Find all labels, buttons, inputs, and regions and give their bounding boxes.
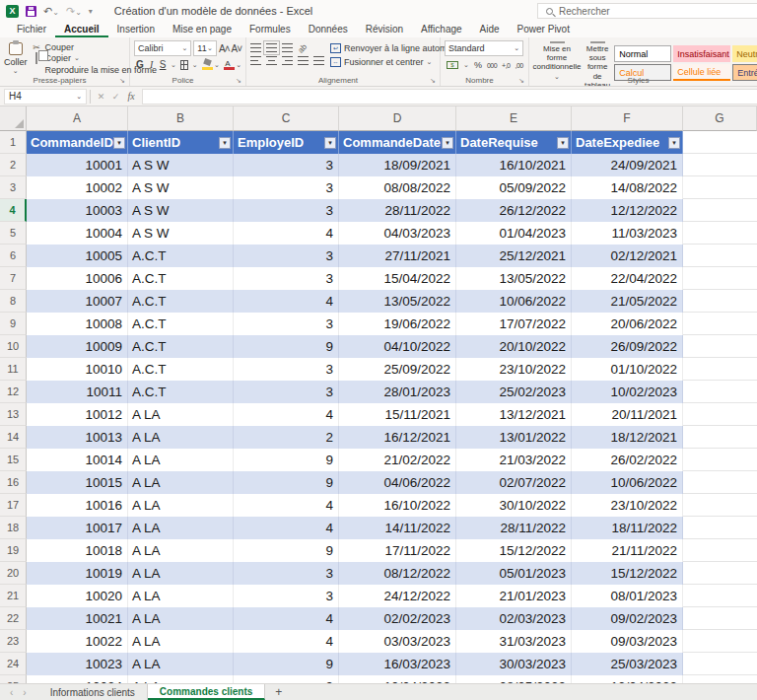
cell-F21[interactable]: 08/01/2023 <box>572 585 683 607</box>
cell-F15[interactable]: 26/02/2022 <box>572 449 683 471</box>
row-header-18[interactable]: 18 <box>0 517 27 539</box>
cell-D7[interactable]: 15/04/2022 <box>339 267 456 290</box>
row-header-13[interactable]: 13 <box>0 403 27 426</box>
cell-C10[interactable]: 9 <box>234 335 339 358</box>
cell-A22[interactable]: 10021 <box>27 607 128 630</box>
cell-F2[interactable]: 24/09/2021 <box>572 154 683 176</box>
cell-A3[interactable]: 10002 <box>27 176 128 199</box>
cell-A23[interactable]: 10022 <box>27 630 128 653</box>
accounting-caret-icon[interactable]: ⌄ <box>463 61 469 69</box>
excel-logo-icon[interactable]: X <box>6 5 19 18</box>
row-header-21[interactable]: 21 <box>0 585 27 607</box>
cell-B11[interactable]: A.C.T <box>128 358 234 381</box>
cell-C22[interactable]: 4 <box>234 607 339 630</box>
cell-E25[interactable]: 08/05/2023 <box>456 675 572 683</box>
font-size-combo[interactable]: 11 ⌄ <box>193 40 217 56</box>
cell-E20[interactable]: 05/01/2023 <box>456 562 572 585</box>
cell-A8[interactable]: 10007 <box>27 290 128 313</box>
cell-A4[interactable]: 10003 <box>27 199 128 222</box>
cell-C8[interactable]: 4 <box>234 290 339 313</box>
cell-G10[interactable] <box>683 335 757 358</box>
cell-G3[interactable] <box>683 176 757 199</box>
formula-input[interactable] <box>142 89 757 105</box>
cell-D25[interactable]: 10/04/2023 <box>339 675 456 683</box>
row-header-9[interactable]: 9 <box>0 313 27 335</box>
merge-caret-icon[interactable]: ⌄ <box>427 58 433 66</box>
cell-D18[interactable]: 14/11/2022 <box>339 517 456 539</box>
cell-G13[interactable] <box>683 403 757 426</box>
column-header-D[interactable]: D <box>339 106 456 131</box>
align-right-icon[interactable] <box>282 56 293 65</box>
cell-C17[interactable]: 4 <box>234 494 339 517</box>
copy-caret-icon[interactable]: ⌄ <box>74 54 80 62</box>
cell-D21[interactable]: 24/12/2022 <box>339 585 456 607</box>
sheet-tab-informations-clients[interactable]: Informations clients <box>38 684 148 700</box>
cell-D16[interactable]: 04/06/2022 <box>339 471 456 494</box>
cell-C3[interactable]: 3 <box>234 176 339 199</box>
cell-F7[interactable]: 22/04/2022 <box>572 267 683 290</box>
cell-E13[interactable]: 13/12/2021 <box>456 403 572 426</box>
row-header-20[interactable]: 20 <box>0 562 27 585</box>
cell-B15[interactable]: A LA <box>128 449 234 471</box>
alignment-dialog-launcher-icon[interactable]: ↘ <box>430 77 438 85</box>
cell-G7[interactable] <box>683 267 757 290</box>
cell-A17[interactable]: 10016 <box>27 494 128 517</box>
menu-tab-power-pivot[interactable]: Power Pivot <box>509 24 579 37</box>
cell-A12[interactable]: 10011 <box>27 381 128 403</box>
cell-C11[interactable]: 3 <box>234 358 339 381</box>
menu-tab-données[interactable]: Données <box>300 24 357 37</box>
number-dialog-launcher-icon[interactable]: ↘ <box>518 77 526 85</box>
cell-C14[interactable]: 2 <box>234 426 339 449</box>
row-header-10[interactable]: 10 <box>0 335 27 358</box>
cell-F10[interactable]: 26/09/2022 <box>572 335 683 358</box>
cell-G20[interactable] <box>683 562 757 585</box>
cell-B13[interactable]: A LA <box>128 403 234 426</box>
fill-color-caret-icon[interactable]: ⌄ <box>214 61 220 69</box>
cell-E8[interactable]: 10/06/2022 <box>456 290 572 313</box>
confirm-entry-icon[interactable]: ✓ <box>108 92 123 102</box>
column-header-B[interactable]: B <box>128 106 234 131</box>
cell-E9[interactable]: 17/07/2022 <box>456 313 572 335</box>
cell-C6[interactable]: 3 <box>234 245 339 267</box>
cell-D12[interactable]: 28/01/2023 <box>339 381 456 403</box>
cell-B12[interactable]: A.C.T <box>128 381 234 403</box>
cell-B21[interactable]: A LA <box>128 585 234 607</box>
column-header-A[interactable]: A <box>27 106 128 131</box>
cell-F20[interactable]: 15/12/2022 <box>572 562 683 585</box>
row-header-14[interactable]: 14 <box>0 426 27 449</box>
undo-caret-icon[interactable]: ⌄ <box>52 8 59 17</box>
cell-B4[interactable]: A S W <box>128 199 234 222</box>
row-header-3[interactable]: 3 <box>0 176 27 199</box>
cell-C9[interactable]: 3 <box>234 313 339 335</box>
cell-D3[interactable]: 08/08/2022 <box>339 176 456 199</box>
row-header-25[interactable]: 25 <box>0 675 27 683</box>
cell-B17[interactable]: A LA <box>128 494 234 517</box>
cell-F24[interactable]: 25/03/2023 <box>572 653 683 675</box>
increase-indent-icon[interactable] <box>313 56 324 65</box>
cell-F19[interactable]: 21/11/2022 <box>572 539 683 562</box>
fill-color-icon[interactable] <box>202 59 210 70</box>
undo-icon[interactable]: ↶⌄ <box>43 6 59 17</box>
cell-E2[interactable]: 16/10/2021 <box>456 154 572 176</box>
row-header-6[interactable]: 6 <box>0 245 27 267</box>
cell-A10[interactable]: 10009 <box>27 335 128 358</box>
add-sheet-button[interactable]: + <box>265 684 292 700</box>
cell-style-neutral[interactable]: Neutre <box>732 45 757 62</box>
menu-tab-fichier[interactable]: Fichier <box>8 24 55 37</box>
cell-F14[interactable]: 18/12/2021 <box>572 426 683 449</box>
column-header-E[interactable]: E <box>456 106 572 131</box>
cell-A7[interactable]: 10006 <box>27 267 128 290</box>
bold-button[interactable]: G <box>136 59 144 70</box>
font-family-combo[interactable]: Calibri ⌄ <box>134 40 191 56</box>
cell-F17[interactable]: 23/10/2022 <box>572 494 683 517</box>
filter-dropdown-icon[interactable]: ▾ <box>668 137 680 149</box>
insert-function-icon[interactable]: fx <box>123 91 139 102</box>
cell-C19[interactable]: 9 <box>234 539 339 562</box>
underline-caret-icon[interactable]: ⌄ <box>171 61 176 69</box>
cell-G1[interactable] <box>683 131 757 154</box>
cell-E22[interactable]: 02/03/2023 <box>456 607 572 630</box>
font-color-icon[interactable]: A <box>224 59 232 70</box>
cell-G2[interactable] <box>683 154 757 176</box>
cell-A6[interactable]: 10005 <box>27 245 128 267</box>
cell-G9[interactable] <box>683 313 757 335</box>
